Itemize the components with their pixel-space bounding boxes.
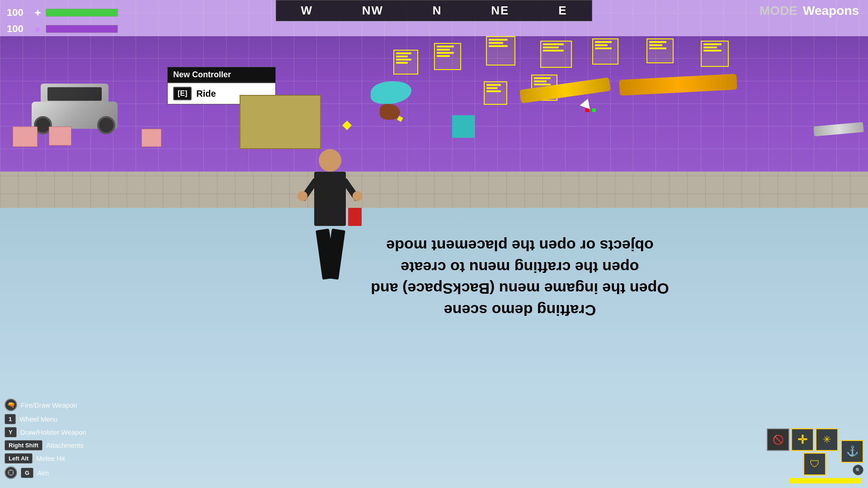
mirror-text-area: Crafting demo scene Open the ingame menu… [262, 235, 778, 321]
health-icon: ✚ [33, 9, 42, 17]
mode-display: MODE Weapons [750, 0, 868, 21]
float-checklist-7 [701, 41, 729, 67]
mode-label: MODE [760, 4, 797, 18]
keybind-aim: G Aim [5, 466, 86, 479]
compass-E: E [558, 4, 567, 18]
shield-fill [46, 25, 118, 33]
shield-icon: ◆ [33, 25, 42, 33]
teal-square [452, 115, 475, 138]
keybind-wheel: 1 Wheel Menu [5, 414, 86, 424]
shield-track [46, 25, 118, 33]
character-hand-left [296, 189, 310, 203]
compass-bar: W NW N NE E [276, 0, 592, 21]
keybind-rshift-key: Right Shift [5, 440, 42, 450]
float-checklist-lower-1 [484, 81, 507, 105]
hud-icon-cross: ✛ [791, 428, 814, 451]
hud-icon-atom: ✳ [816, 428, 838, 451]
keybind-attachments: Right Shift Attachments [5, 440, 86, 450]
hud-icon-shield: 🛡 [803, 453, 826, 475]
float-checklist-3 [486, 36, 515, 66]
mirror-line-2: Open the ingame menu (BackSpace) and [262, 278, 778, 300]
shield-bar-row: 100 ◆ [7, 23, 118, 35]
pink-box-1 [13, 127, 38, 147]
pink-box-2 [49, 127, 71, 145]
keybind-melee: Left Alt Melee Hit [5, 453, 86, 464]
shield-value: 100 [7, 23, 29, 35]
keybind-Y-key: Y [5, 427, 17, 437]
float-checklist-6 [646, 38, 674, 63]
health-bar-row: 100 ✚ [7, 7, 118, 19]
controller-key: [E] [173, 87, 192, 100]
keybind-lalt-key: Left Alt [5, 453, 33, 464]
health-bars: 100 ✚ 100 ◆ [7, 7, 118, 35]
compass-NE: NE [491, 4, 509, 18]
keybind-melee-label: Melee Hit [36, 455, 65, 462]
mirror-line-4: objects or open the placement mode [262, 235, 778, 257]
keybind-G-key: G [21, 468, 33, 478]
health-value: 100 [7, 7, 29, 19]
float-checklist-1 [393, 50, 418, 75]
weapons-label: Weapons [803, 4, 859, 18]
aim-circle-icon [5, 466, 17, 479]
green-dot [592, 108, 596, 112]
keybind-fire-label: Fire/Draw Weapon [21, 401, 77, 409]
keybind-attachments-label: Attachments [46, 441, 84, 449]
float-checklist-4 [540, 41, 572, 68]
pink-box-3 [142, 129, 161, 147]
vehicle-wheel-right [97, 116, 115, 134]
vehicle-window [47, 87, 102, 101]
yellow-progress-bar [789, 478, 862, 483]
hud-icon-anchor: ⚓ [841, 440, 863, 463]
character-arm-left [300, 178, 319, 202]
keybind-aim-label: Aim [37, 469, 49, 477]
float-checklist-5 [592, 38, 618, 65]
brown-blob [380, 104, 400, 120]
health-fill [46, 9, 118, 16]
red-dot [585, 108, 589, 112]
vehicle [27, 79, 122, 129]
hud-icon-disabled: 🚫 [767, 428, 789, 451]
keybind-wheel-label: Wheel Menu [19, 415, 57, 423]
keybind-fire: 🔫 Fire/Draw Weapon [5, 399, 86, 411]
health-track [46, 9, 118, 17]
controller-title: New Controller [167, 67, 276, 83]
keybind-holster: Y Draw/Holster Weapon [5, 427, 86, 437]
character-head [319, 149, 341, 172]
compass-N: N [433, 4, 442, 18]
character-arm-right [341, 178, 360, 202]
bottom-right-hud: 🚫 ✛ ✳ 🛡 ⚓ [767, 428, 863, 483]
keybind-1-key: 1 [5, 414, 16, 424]
mirror-line-1: Crafting demo scene [262, 300, 778, 321]
controller-action-label: Ride [196, 89, 216, 99]
fire-circle-icon: 🔫 [5, 399, 17, 411]
compass-W: W [301, 4, 313, 18]
compass-NW: NW [362, 4, 383, 18]
grid-overlay [0, 0, 868, 172]
mirror-line-3: open the crafting menu to create [262, 257, 778, 278]
zoom-icon: 🔍 [853, 465, 863, 475]
keybind-holster-label: Draw/Holster Weapon [20, 428, 86, 436]
workbench-object [240, 95, 321, 149]
float-checklist-2 [434, 43, 461, 70]
character-hand-right [350, 189, 364, 203]
keybinds-panel: 🔫 Fire/Draw Weapon 1 Wheel Menu Y Draw/H… [5, 399, 86, 479]
